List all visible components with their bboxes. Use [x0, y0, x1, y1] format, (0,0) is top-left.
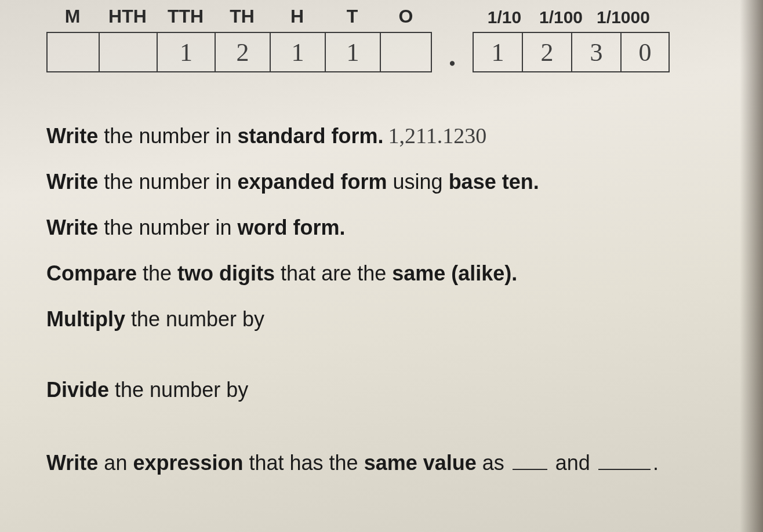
question-multiply: Multiply the number by [46, 306, 728, 333]
header-ten-thousands: TTH [157, 6, 215, 27]
q2-text1: the number in [98, 170, 237, 194]
q4-term1: two digits [177, 261, 275, 285]
header-hundred-thousands: HTH [99, 6, 157, 27]
q2-term2: base ten. [449, 170, 539, 194]
q1-term: standard form. [238, 124, 384, 148]
q4-text2: that are the [275, 261, 392, 285]
box-hundredths: 2 [522, 32, 571, 72]
header-millions: M [46, 6, 99, 27]
q2-verb: Write [46, 170, 98, 194]
q7-text3: as [477, 451, 510, 475]
page-edge-shadow [740, 0, 763, 532]
question-standard-form: Write the number in standard form.1,211.… [46, 122, 728, 150]
q7-period: . [653, 451, 659, 475]
q5-verb: Multiply [46, 307, 125, 331]
q7-term2: same value [364, 451, 477, 475]
box-tenths: 1 [473, 32, 522, 72]
question-expression: Write an expression that has the same va… [46, 450, 728, 477]
q3-term: word form. [238, 216, 346, 239]
box-thousands: 2 [215, 32, 270, 72]
q5-text: the number by [125, 307, 264, 331]
q7-text1: an [98, 451, 133, 475]
box-tens: 1 [325, 32, 380, 72]
question-word-form: Write the number in word form. [46, 214, 728, 242]
q1-text: the number in [98, 124, 237, 148]
header-ones: O [380, 6, 432, 27]
question-divide: Divide the number by [46, 377, 728, 404]
q7-and: and [550, 451, 596, 475]
box-ten-thousands: 1 [157, 32, 215, 72]
q7-verb: Write [46, 451, 98, 475]
questions-section: Write the number in standard form.1,211.… [41, 96, 728, 477]
header-thousandths: 1/1000 [591, 8, 655, 27]
place-value-boxes: 1 2 1 1 . 1 2 3 0 [41, 32, 728, 72]
q4-term2: same (alike). [392, 261, 517, 285]
box-hundreds: 1 [270, 32, 325, 72]
q3-text: the number in [98, 216, 237, 239]
box-ones [380, 32, 432, 72]
box-thousandths: 3 [571, 32, 620, 72]
q2-term1: expanded form [238, 170, 387, 194]
worksheet-paper: M HTH TTH TH H T O 1/10 1/100 1/1000 1 2… [0, 0, 763, 532]
q7-text2: that has the [244, 451, 364, 475]
decimal-point: . [432, 32, 473, 72]
q6-text: the number by [109, 378, 248, 402]
question-compare: Compare the two digits that are the same… [46, 260, 728, 287]
header-hundredths: 1/100 [531, 8, 591, 27]
q3-verb: Write [46, 216, 98, 239]
question-expanded-form: Write the number in expanded form using … [46, 169, 728, 196]
place-value-headers: M HTH TTH TH H T O 1/10 1/100 1/1000 [41, 6, 728, 27]
q7-term1: expression [133, 451, 243, 475]
header-thousands: TH [215, 6, 270, 27]
box-ten-thousandths: 0 [620, 32, 670, 72]
q4-text1: the [137, 261, 177, 285]
q4-verb: Compare [46, 261, 137, 285]
header-hundreds: H [270, 6, 325, 27]
q1-verb: Write [46, 124, 98, 148]
blank-2 [598, 454, 651, 470]
q2-text2: using [387, 170, 449, 194]
header-tens: T [325, 6, 380, 27]
box-millions [46, 32, 99, 72]
header-tenths: 1/10 [478, 8, 531, 27]
place-value-chart: M HTH TTH TH H T O 1/10 1/100 1/1000 1 2… [41, 6, 728, 72]
q6-verb: Divide [46, 378, 109, 402]
q1-answer: 1,211.1230 [388, 123, 487, 148]
box-hundred-thousands [99, 32, 157, 72]
blank-1 [513, 454, 547, 470]
